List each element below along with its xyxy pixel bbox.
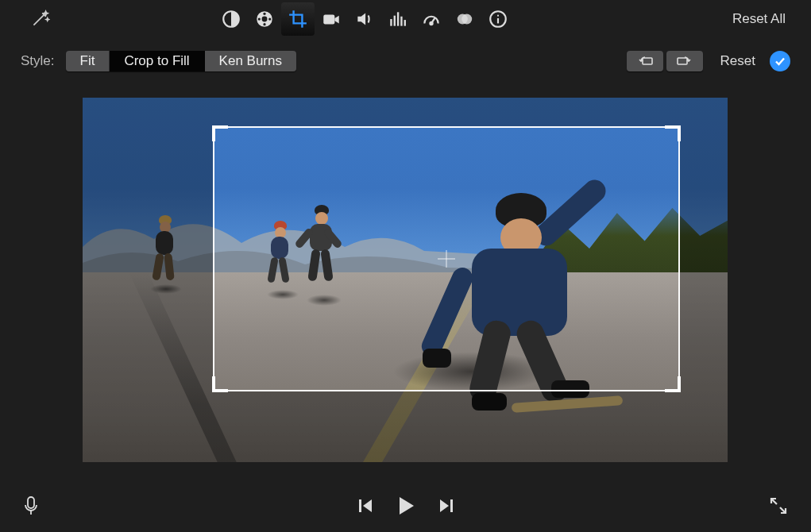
voiceover-button[interactable] <box>22 495 94 519</box>
fullscreen-icon <box>768 495 789 516</box>
svg-rect-7 <box>323 15 334 25</box>
fullscreen-button[interactable] <box>768 495 789 519</box>
crop-center-crosshair <box>438 250 455 268</box>
apply-button[interactable] <box>770 51 790 71</box>
checkmark-icon <box>774 55 786 67</box>
top-toolbar: Reset All <box>0 0 811 38</box>
svg-rect-21 <box>359 499 361 512</box>
svg-point-15 <box>461 14 472 25</box>
crop-handle-top-right[interactable] <box>665 125 681 141</box>
svg-point-13 <box>430 22 432 25</box>
svg-rect-19 <box>678 58 687 64</box>
transport-bar <box>0 483 811 532</box>
reset-all-button[interactable]: Reset All <box>732 11 786 27</box>
speedometer-icon <box>421 9 442 29</box>
svg-point-4 <box>263 23 265 25</box>
previous-frame-icon <box>357 497 374 515</box>
crop-handle-top-left[interactable] <box>212 125 228 141</box>
crop-button[interactable] <box>281 2 315 36</box>
svg-point-6 <box>268 17 271 20</box>
svg-rect-12 <box>404 20 406 26</box>
rotate-ccw-button[interactable] <box>627 51 663 71</box>
rotate-cw-icon <box>674 55 695 67</box>
svg-point-3 <box>263 13 265 15</box>
volume-icon <box>354 9 375 29</box>
info-icon <box>488 9 508 29</box>
overlap-circles-icon <box>454 9 475 29</box>
style-row: Style: Fit Crop to Fill Ken Burns Reset <box>0 38 811 76</box>
svg-rect-22 <box>450 499 453 512</box>
next-frame-icon <box>438 497 455 515</box>
svg-rect-11 <box>400 17 402 26</box>
svg-rect-20 <box>28 497 34 508</box>
style-option-crop-to-fill[interactable]: Crop to Fill <box>110 51 204 71</box>
microphone-icon <box>22 495 40 516</box>
previous-frame-button[interactable] <box>357 497 374 518</box>
reset-button[interactable]: Reset <box>720 53 755 69</box>
rotate-ccw-icon <box>635 55 655 67</box>
crop-handle-bottom-left[interactable] <box>212 376 228 392</box>
effects-button[interactable] <box>448 2 481 36</box>
svg-rect-9 <box>394 16 396 26</box>
color-correction-icon <box>254 9 275 29</box>
svg-point-2 <box>262 17 268 22</box>
crop-handle-bottom-right[interactable] <box>665 376 681 392</box>
svg-point-5 <box>258 17 261 20</box>
stabilize-button[interactable] <box>315 2 348 36</box>
style-option-fit[interactable]: Fit <box>66 51 110 71</box>
camera-icon <box>321 9 342 29</box>
rotate-cw-button[interactable] <box>666 51 703 71</box>
svg-rect-10 <box>397 12 399 25</box>
equalizer-icon <box>388 9 408 29</box>
style-segmented-control[interactable]: Fit Crop to Fill Ken Burns <box>66 51 296 71</box>
color-balance-button[interactable] <box>214 2 248 36</box>
info-button[interactable] <box>481 2 515 36</box>
crop-frame[interactable] <box>213 126 680 391</box>
style-label: Style: <box>21 53 55 69</box>
svg-rect-8 <box>390 19 392 26</box>
equalizer-button[interactable] <box>381 2 415 36</box>
speed-button[interactable] <box>415 2 448 36</box>
color-balance-icon <box>221 9 241 29</box>
magic-wand-icon <box>29 9 50 29</box>
play-button[interactable] <box>395 495 417 520</box>
video-preview[interactable] <box>83 98 728 462</box>
svg-rect-18 <box>643 58 652 64</box>
adjustment-tool-row <box>214 2 515 36</box>
play-icon <box>395 495 417 517</box>
magic-wand-button[interactable] <box>0 9 79 29</box>
svg-point-17 <box>497 15 499 17</box>
crop-icon <box>288 9 308 29</box>
next-frame-button[interactable] <box>438 497 455 518</box>
volume-button[interactable] <box>348 2 381 36</box>
color-correction-button[interactable] <box>248 2 281 36</box>
style-option-ken-burns[interactable]: Ken Burns <box>205 51 296 71</box>
